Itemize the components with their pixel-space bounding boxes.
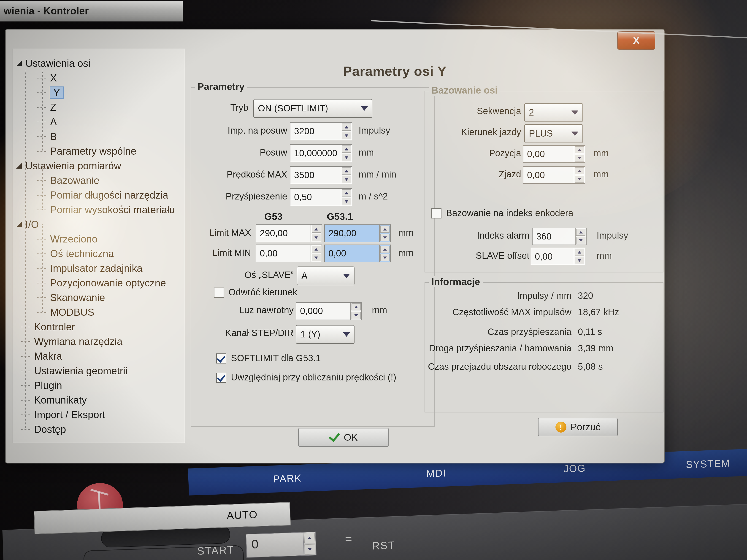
spinner[interactable] — [379, 225, 390, 242]
spinner[interactable] — [574, 248, 585, 265]
tree-item-z[interactable]: Z — [13, 100, 185, 115]
tree-item-ustawienia-pomiarow[interactable]: Ustawienia pomiarów — [13, 159, 185, 173]
spinner[interactable] — [341, 167, 352, 184]
tree-item-komunikaty[interactable]: Komunikaty — [13, 393, 185, 407]
spin-up-icon[interactable] — [312, 246, 321, 253]
pozycja-input[interactable]: 0,00 — [523, 145, 585, 163]
softlimit-g531-checkbox[interactable] — [216, 353, 226, 364]
tab-system[interactable]: SYSTEM — [686, 457, 730, 470]
limit-min-g53-value[interactable]: 0,00 — [256, 245, 311, 262]
slave-offset-value[interactable]: 0,00 — [531, 248, 574, 265]
spin-down-icon[interactable] — [312, 234, 321, 241]
tree-item-pomiar-wysokosci[interactable]: Pomiar wysokości materiału — [13, 203, 185, 217]
spinner[interactable] — [351, 303, 361, 320]
uwzgledniaj-checkbox[interactable] — [216, 373, 226, 383]
spinner[interactable] — [311, 225, 321, 242]
chevron-down-icon[interactable] — [339, 267, 354, 285]
indeks-alarm-input[interactable]: 360 — [532, 228, 587, 245]
tab-park[interactable]: PARK — [273, 472, 302, 485]
sekwencja-select[interactable]: 2 — [524, 103, 583, 122]
chevron-down-icon[interactable] — [339, 325, 354, 343]
spinner[interactable] — [303, 532, 316, 555]
spin-down-icon[interactable] — [575, 176, 584, 183]
spin-down-icon[interactable] — [342, 132, 351, 139]
tree-item-pozycjonowanie[interactable]: Pozycjonowanie optyczne — [13, 276, 185, 290]
feed-value[interactable]: 0 — [246, 533, 304, 558]
indeks-alarm-value[interactable]: 360 — [533, 228, 575, 244]
porzuc-button[interactable]: ! Porzuć — [538, 418, 618, 436]
pozycja-value[interactable]: 0,00 — [523, 146, 574, 162]
spin-up-icon[interactable] — [304, 533, 315, 543]
luz-nawrotny-input[interactable]: 0,000 — [296, 302, 362, 320]
spinner[interactable] — [574, 146, 585, 162]
spin-down-icon[interactable] — [380, 234, 389, 241]
kanal-stepdir-select[interactable]: 1 (Y) — [296, 325, 355, 344]
spin-up-icon[interactable] — [342, 145, 351, 153]
przyspieszenie-input[interactable]: 0,50 — [290, 188, 352, 206]
spin-down-icon[interactable] — [576, 237, 586, 244]
limit-min-g531-input[interactable]: 0,00 — [324, 244, 391, 262]
posuw-input[interactable]: 10,000000 — [290, 144, 352, 162]
limit-max-g53-input[interactable]: 290,00 — [256, 224, 322, 242]
spinner[interactable] — [311, 245, 321, 262]
tree-item-os-techniczna[interactable]: Oś techniczna — [13, 246, 185, 261]
spin-down-icon[interactable] — [342, 154, 351, 161]
tree-item-ustawienia-osi[interactable]: Ustawienia osi — [13, 56, 185, 71]
tree-item-makra[interactable]: Makra — [13, 349, 185, 364]
tree-item-impulsator[interactable]: Impulsator zadajnika — [13, 261, 185, 276]
spin-down-icon[interactable] — [575, 155, 584, 161]
limit-max-g531-value[interactable]: 290,00 — [325, 225, 379, 242]
spin-up-icon[interactable] — [352, 303, 361, 311]
tab-jog[interactable]: JOG — [563, 462, 586, 475]
predkosc-max-input[interactable]: 3500 — [290, 166, 352, 184]
spinner[interactable] — [575, 228, 586, 244]
chevron-down-icon[interactable] — [567, 125, 583, 142]
spin-down-icon[interactable] — [352, 312, 361, 319]
tree-item-a[interactable]: A — [13, 115, 185, 129]
tryb-select[interactable]: ON (SOFTLIMIT) — [253, 99, 372, 118]
luz-nawrotny-value[interactable]: 0,000 — [297, 303, 351, 320]
tree-item-kontroler[interactable]: Kontroler — [13, 320, 185, 334]
spin-up-icon[interactable] — [380, 225, 389, 233]
przyspieszenie-value[interactable]: 0,50 — [290, 189, 341, 206]
spin-down-icon[interactable] — [342, 198, 351, 205]
spin-up-icon[interactable] — [342, 189, 351, 196]
start-button[interactable]: START — [197, 543, 234, 557]
spin-down-icon[interactable] — [312, 254, 321, 261]
limit-max-g531-input[interactable]: 290,00 — [324, 224, 391, 242]
limit-min-g531-value[interactable]: 0,00 — [325, 245, 379, 262]
imp-na-posuw-input[interactable]: 3200 — [290, 123, 352, 140]
tree-item-pomiar-dlugosci[interactable]: Pomiar długości narzędzia — [13, 188, 185, 203]
zjazd-value[interactable]: 0,00 — [523, 167, 574, 183]
tree-item-plugin[interactable]: Plugin — [13, 378, 185, 393]
spinner[interactable] — [574, 167, 585, 183]
tree-item-bazowanie[interactable]: Bazowanie — [13, 173, 185, 188]
tree-item-wrzeciono[interactable]: Wrzeciono — [13, 232, 185, 246]
spin-up-icon[interactable] — [575, 167, 584, 174]
slave-offset-input[interactable]: 0,00 — [531, 248, 585, 265]
spin-up-icon[interactable] — [575, 146, 584, 153]
spin-up-icon[interactable] — [380, 246, 389, 253]
tree-item-ustawienia-geometrii[interactable]: Ustawienia geometrii — [13, 364, 185, 378]
posuw-value[interactable]: 10,000000 — [290, 145, 341, 162]
bazowanie-indeks-checkbox[interactable] — [431, 208, 441, 218]
spinner[interactable] — [341, 123, 352, 140]
chevron-down-icon[interactable] — [567, 104, 583, 122]
spin-down-icon[interactable] — [304, 544, 315, 555]
spinner[interactable] — [379, 245, 390, 262]
spin-up-icon[interactable] — [312, 225, 321, 233]
spin-up-icon[interactable] — [342, 124, 351, 131]
odwroc-kierunek-checkbox[interactable] — [214, 288, 224, 298]
os-slave-select[interactable]: A — [297, 267, 355, 285]
tree-item-parametry-wspolne[interactable]: Parametry wspólne — [13, 144, 185, 159]
rst-button[interactable]: RST — [372, 539, 395, 552]
tab-mdi[interactable]: MDI — [426, 468, 446, 479]
tree-item-import-eksport[interactable]: Import / Eksport — [13, 407, 185, 422]
tree-item-skanowanie[interactable]: Skanowanie — [13, 290, 185, 305]
spinner[interactable] — [341, 145, 352, 162]
ok-button[interactable]: OK — [298, 428, 389, 447]
tree-item-io[interactable]: I/O — [13, 217, 185, 232]
limit-min-g53-input[interactable]: 0,00 — [256, 244, 322, 262]
chevron-down-icon[interactable] — [357, 100, 372, 117]
tree-item-x[interactable]: X — [13, 71, 185, 85]
